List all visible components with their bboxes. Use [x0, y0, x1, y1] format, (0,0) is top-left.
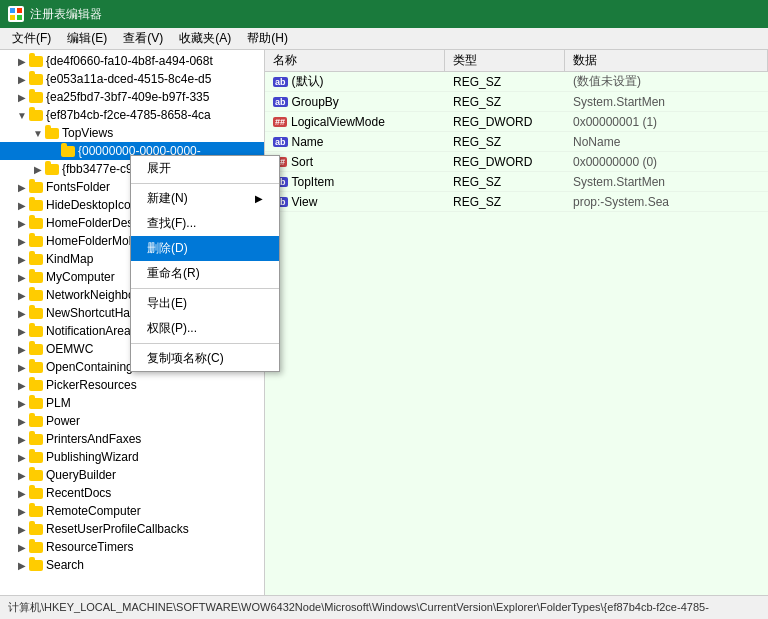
folder-icon	[28, 215, 44, 231]
tree-toggle-icon[interactable]: ▼	[32, 127, 44, 139]
context-menu-item[interactable]: 权限(P)...	[131, 316, 279, 341]
context-menu-item[interactable]: 展开	[131, 156, 279, 181]
tree-item-label: {ef87b4cb-f2ce-4785-8658-4ca	[46, 108, 211, 122]
cell-name: ab(默认)	[265, 72, 445, 91]
reg-dword-icon: ##	[273, 117, 287, 127]
tree-toggle-icon[interactable]: ▶	[16, 505, 28, 517]
tree-toggle-icon[interactable]: ▶	[16, 289, 28, 301]
table-row[interactable]: ab(默认)REG_SZ(数值未设置)	[265, 72, 768, 92]
tree-toggle-icon[interactable]: ▶	[16, 469, 28, 481]
context-menu-item[interactable]: 导出(E)	[131, 291, 279, 316]
tree-toggle-icon[interactable]: ▶	[16, 181, 28, 193]
app-icon	[8, 6, 24, 22]
tree-item[interactable]: ▶PickerResources	[0, 376, 264, 394]
tree-toggle-icon[interactable]: ▼	[16, 109, 28, 121]
reg-name-text: GroupBy	[292, 95, 339, 109]
tree-item[interactable]: ▶{ea25fbd7-3bf7-409e-b97f-335	[0, 88, 264, 106]
tree-toggle-icon[interactable]: ▶	[16, 361, 28, 373]
menu-help[interactable]: 帮助(H)	[239, 28, 296, 49]
tree-toggle-icon[interactable]: ▶	[16, 271, 28, 283]
context-menu-label: 新建(N)	[147, 190, 188, 207]
tree-item[interactable]: ▼{ef87b4cb-f2ce-4785-8658-4ca	[0, 106, 264, 124]
cell-name: abName	[265, 134, 445, 150]
folder-icon	[28, 539, 44, 555]
context-menu-item[interactable]: 重命名(R)	[131, 261, 279, 286]
table-row[interactable]: abTopItemREG_SZSystem.StartMen	[265, 172, 768, 192]
tree-item[interactable]: ▼TopViews	[0, 124, 264, 142]
table-header: 名称 类型 数据	[265, 50, 768, 72]
context-menu-item[interactable]: 查找(F)...	[131, 211, 279, 236]
table-body[interactable]: ab(默认)REG_SZ(数值未设置)abGroupByREG_SZSystem…	[265, 72, 768, 595]
tree-item-label: NotificationArea	[46, 324, 131, 338]
table-row[interactable]: abViewREG_SZprop:-System.Sea	[265, 192, 768, 212]
tree-item[interactable]: ▶Search	[0, 556, 264, 574]
folder-icon	[28, 323, 44, 339]
tree-toggle-icon[interactable]: ▶	[16, 397, 28, 409]
tree-toggle-icon[interactable]: ▶	[16, 451, 28, 463]
cell-type: REG_SZ	[445, 194, 565, 210]
context-menu-item[interactable]: 删除(D)	[131, 236, 279, 261]
window-title: 注册表编辑器	[30, 6, 102, 23]
tree-toggle-icon[interactable]	[48, 145, 60, 157]
tree-item[interactable]: ▶Power	[0, 412, 264, 430]
tree-item[interactable]: ▶ResetUserProfileCallbacks	[0, 520, 264, 538]
table-row[interactable]: abNameREG_SZNoName	[265, 132, 768, 152]
tree-item-label: {de4f0660-fa10-4b8f-a494-068t	[46, 54, 213, 68]
folder-icon	[28, 287, 44, 303]
tree-toggle-icon[interactable]: ▶	[16, 253, 28, 265]
tree-toggle-icon[interactable]: ▶	[16, 235, 28, 247]
tree-toggle-icon[interactable]: ▶	[16, 73, 28, 85]
tree-item[interactable]: ▶ResourceTimers	[0, 538, 264, 556]
folder-icon	[28, 557, 44, 573]
tree-item-label: ResourceTimers	[46, 540, 134, 554]
tree-item[interactable]: ▶{e053a11a-dced-4515-8c4e-d5	[0, 70, 264, 88]
tree-toggle-icon[interactable]: ▶	[16, 487, 28, 499]
tree-toggle-icon[interactable]: ▶	[16, 55, 28, 67]
tree-toggle-icon[interactable]: ▶	[16, 415, 28, 427]
tree-toggle-icon[interactable]: ▶	[16, 523, 28, 535]
menu-file[interactable]: 文件(F)	[4, 28, 59, 49]
cell-name: ##LogicalViewMode	[265, 114, 445, 130]
context-menu-label: 导出(E)	[147, 295, 187, 312]
context-menu-label: 重命名(R)	[147, 265, 200, 282]
folder-icon	[28, 395, 44, 411]
folder-icon	[44, 125, 60, 141]
tree-toggle-icon[interactable]: ▶	[16, 325, 28, 337]
cell-data: 0x00000001 (1)	[565, 114, 768, 130]
tree-toggle-icon[interactable]: ▶	[16, 433, 28, 445]
folder-icon	[28, 305, 44, 321]
table-row[interactable]: abGroupByREG_SZSystem.StartMen	[265, 92, 768, 112]
menu-favorites[interactable]: 收藏夹(A)	[171, 28, 239, 49]
tree-item[interactable]: ▶RecentDocs	[0, 484, 264, 502]
tree-toggle-icon[interactable]: ▶	[16, 199, 28, 211]
tree-item[interactable]: ▶RemoteComputer	[0, 502, 264, 520]
tree-toggle-icon[interactable]: ▶	[16, 343, 28, 355]
tree-toggle-icon[interactable]: ▶	[32, 163, 44, 175]
tree-toggle-icon[interactable]: ▶	[16, 307, 28, 319]
cell-name: abTopItem	[265, 174, 445, 190]
col-type: 类型	[445, 50, 565, 71]
tree-toggle-icon[interactable]: ▶	[16, 379, 28, 391]
cell-data: System.StartMen	[565, 174, 768, 190]
table-row[interactable]: ##SortREG_DWORD0x00000000 (0)	[265, 152, 768, 172]
folder-icon	[28, 341, 44, 357]
context-menu-item[interactable]: 新建(N)▶	[131, 186, 279, 211]
folder-icon	[28, 197, 44, 213]
menu-edit[interactable]: 编辑(E)	[59, 28, 115, 49]
menu-view[interactable]: 查看(V)	[115, 28, 171, 49]
tree-item[interactable]: ▶PrintersAndFaxes	[0, 430, 264, 448]
table-row[interactable]: ##LogicalViewModeREG_DWORD0x00000001 (1)	[265, 112, 768, 132]
tree-toggle-icon[interactable]: ▶	[16, 559, 28, 571]
tree-item[interactable]: ▶PublishingWizard	[0, 448, 264, 466]
svg-rect-3	[17, 15, 22, 20]
context-menu-item[interactable]: 复制项名称(C)	[131, 346, 279, 371]
tree-toggle-icon[interactable]: ▶	[16, 91, 28, 103]
tree-item-label: TopViews	[62, 126, 113, 140]
tree-toggle-icon[interactable]: ▶	[16, 541, 28, 553]
tree-item[interactable]: ▶{de4f0660-fa10-4b8f-a494-068t	[0, 52, 264, 70]
tree-item[interactable]: ▶QueryBuilder	[0, 466, 264, 484]
svg-rect-1	[17, 8, 22, 13]
context-menu-label: 查找(F)...	[147, 215, 196, 232]
tree-item[interactable]: ▶PLM	[0, 394, 264, 412]
tree-toggle-icon[interactable]: ▶	[16, 217, 28, 229]
